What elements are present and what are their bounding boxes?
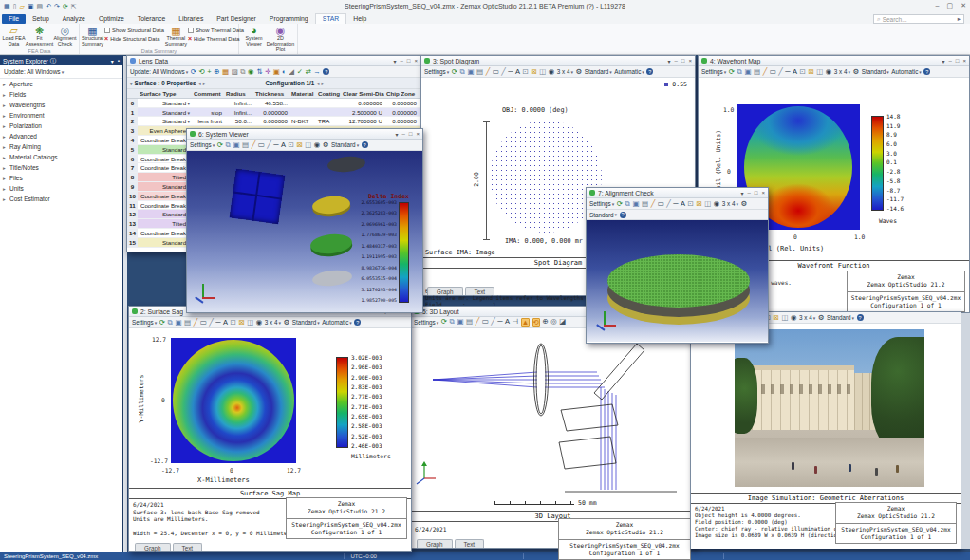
magnify-icon[interactable]: ◎ — [550, 318, 557, 327]
refresh-icon[interactable]: ⟳ — [63, 3, 68, 9]
save-icon[interactable]: ▣ — [467, 68, 474, 76]
spot-tab-graph[interactable]: Graph — [427, 287, 463, 295]
text-annotation-icon[interactable]: A — [223, 319, 228, 327]
search-input[interactable]: ⌕ Search... ▸ — [873, 14, 964, 24]
grid-layout-dropdown[interactable]: 3 x 4 — [799, 314, 815, 321]
ribbon-tab-programming[interactable]: Programming — [263, 14, 315, 24]
automatic-dropdown[interactable]: Automatic — [891, 68, 922, 75]
copy-icon[interactable]: ⧉ — [168, 319, 173, 327]
layout-tab-graph[interactable]: Graph — [417, 539, 453, 548]
sidebar-item-aperture[interactable]: Aperture — [0, 79, 122, 89]
save-icon[interactable]: ▣ — [175, 319, 181, 327]
system-explorer-header[interactable]: System Explorer ⓘ ▾▪ — [0, 56, 122, 65]
gear-icon[interactable]: ⚙ — [576, 68, 583, 76]
close-icon[interactable]: × — [962, 58, 966, 65]
spot-tab-text[interactable]: Text — [465, 287, 495, 295]
gear-icon[interactable]: ⚙ — [323, 141, 329, 149]
pin-icon[interactable]: ▾ — [394, 58, 397, 65]
redo-icon[interactable]: ↷ — [54, 3, 60, 9]
help-icon[interactable]: ? — [857, 314, 864, 321]
maximize-icon[interactable]: ▢ — [947, 2, 954, 9]
print-icon[interactable]: ▤ — [754, 68, 760, 76]
lens-update-dropdown[interactable]: Update: All Windows — [130, 68, 188, 75]
insert-surface-icon[interactable]: + — [207, 68, 211, 76]
pin-icon[interactable]: ▾ — [741, 190, 744, 196]
ribbon-tab-optimize[interactable]: Optimize — [92, 14, 131, 24]
surface-row-2[interactable]: 2 Standard lens front 50.0... 6.000000 N… — [127, 117, 420, 126]
refresh-icon[interactable]: ⟳ — [617, 200, 623, 208]
pan-icon[interactable]: ◫ — [781, 314, 788, 322]
minimize-icon[interactable]: – — [936, 2, 940, 9]
gear-icon[interactable]: ⚙ — [818, 314, 825, 322]
alignment-check-button[interactable]: ◎ Alignment Check — [53, 25, 77, 47]
fit-assessment-button[interactable]: ❋ Fit Assessment — [27, 25, 52, 47]
refresh-icon[interactable]: ⟳ — [217, 141, 223, 149]
print-icon[interactable]: ▤ — [466, 318, 473, 327]
minimize-icon[interactable]: – — [402, 131, 405, 138]
text-annotation-icon[interactable]: A — [281, 141, 286, 149]
cursor-icon[interactable]: ⇱ — [71, 3, 77, 9]
system-viewer-viewport[interactable]: Delta Index 2.6553605-0032.3625283-0032.… — [187, 151, 422, 312]
snapshot-icon[interactable]: ◉ — [791, 314, 797, 322]
hide-thermal-button[interactable]: ×Hide Thermal Data — [188, 35, 244, 42]
lock-icon[interactable]: ⊡ — [688, 200, 694, 208]
tilt-decenter-icon[interactable]: ◢ — [289, 68, 294, 76]
reverse-icon[interactable]: ⇄ — [305, 68, 310, 76]
sidebar-item-fields[interactable]: Fields — [0, 89, 122, 100]
merit-table-icon[interactable]: ▦ — [222, 68, 229, 76]
pan-icon[interactable]: ◫ — [816, 68, 823, 76]
rect-annotation-icon[interactable]: ▭ — [493, 68, 499, 76]
maximize-icon[interactable]: □ — [407, 58, 411, 65]
rect-annotation-icon[interactable]: ▭ — [482, 318, 489, 327]
orbit-icon[interactable]: ⟲ — [532, 318, 540, 327]
ribbon-tab-analyze[interactable]: Analyze — [56, 14, 92, 24]
close-icon[interactable]: × — [761, 190, 765, 196]
rect-annotation-icon[interactable]: ▭ — [200, 319, 207, 327]
sidebar-item-cost-estimator[interactable]: Cost Estimator — [0, 194, 122, 204]
fletch-icon[interactable]: ⊣ — [513, 318, 519, 327]
refresh-icon[interactable]: ⟳ — [159, 319, 165, 327]
draw-icon[interactable]: ◐ — [282, 68, 287, 76]
lock-icon[interactable]: ⊡ — [523, 68, 529, 76]
minimize-icon[interactable]: – — [675, 58, 678, 65]
open-folder-icon[interactable]: ▱ — [19, 3, 24, 9]
lens-data-titlebar[interactable]: Lens Data ▾–□× — [127, 56, 420, 66]
solve-icon[interactable]: ▣ — [273, 68, 280, 76]
lock-icon[interactable]: ⊡ — [800, 68, 806, 76]
print-icon[interactable]: ▤ — [37, 3, 44, 9]
iso-view-icon[interactable]: ◪ — [559, 318, 566, 327]
help-icon[interactable]: ? — [923, 68, 930, 75]
segment-annotation-icon[interactable]: ╱ — [778, 68, 783, 76]
line-annotation-icon[interactable]: ╱ — [486, 68, 491, 76]
text-annotation-icon[interactable]: A — [793, 68, 797, 76]
wavefront-titlebar[interactable]: 4: Wavefront Map ▾–□× — [699, 56, 969, 66]
fold-mirror-icon[interactable]: ✛ — [265, 68, 270, 76]
line-annotation-icon[interactable]: ╱ — [476, 318, 480, 327]
automatic-dropdown[interactable]: Automatic — [614, 68, 644, 75]
show-structural-checkbox[interactable]: Show Structural Data — [104, 28, 164, 33]
dash-annotation-icon[interactable]: ─ — [673, 200, 678, 208]
snapshot-icon[interactable]: ◉ — [549, 68, 555, 76]
zoom-in-icon[interactable]: ⊕ — [542, 318, 548, 327]
minimize-icon[interactable]: – — [748, 190, 751, 196]
maximize-icon[interactable]: □ — [409, 131, 413, 138]
grid-layout-dropdown[interactable]: 3 x 4 — [722, 200, 738, 207]
copy-icon[interactable]: ⧉ — [226, 141, 231, 149]
standard-dropdown[interactable]: Standard — [331, 141, 359, 148]
standard-dropdown[interactable]: Standard — [292, 319, 320, 326]
sag-tab-text[interactable]: Text — [173, 543, 203, 551]
segment-annotation-icon[interactable]: ╱ — [666, 200, 671, 208]
window-titlebar[interactable]: ▦▯▱▣▤↶↷⟳⇱ SteeringPrismSystem_SEQ_v04.zm… — [0, 0, 970, 11]
zoom-window-icon[interactable]: ⊠ — [696, 200, 701, 208]
pan-icon[interactable]: ◫ — [704, 200, 711, 208]
help-icon[interactable]: ? — [354, 319, 361, 326]
automatic-dropdown[interactable]: Automatic — [322, 319, 352, 326]
zoom-window-icon[interactable]: ⊠ — [808, 68, 813, 76]
close-icon[interactable]: × — [688, 58, 692, 65]
show-thermal-checkbox[interactable]: Show Thermal Data — [188, 28, 244, 33]
system-viewer-titlebar[interactable]: 6: System Viewer ▾–□× — [187, 129, 422, 140]
copy-icon[interactable]: ⧉ — [625, 200, 630, 208]
rect-annotation-icon[interactable]: ▭ — [658, 200, 664, 208]
system-viewer-button[interactable]: ◕ System Viewer — [241, 25, 267, 47]
save-icon[interactable]: ▣ — [744, 68, 751, 76]
